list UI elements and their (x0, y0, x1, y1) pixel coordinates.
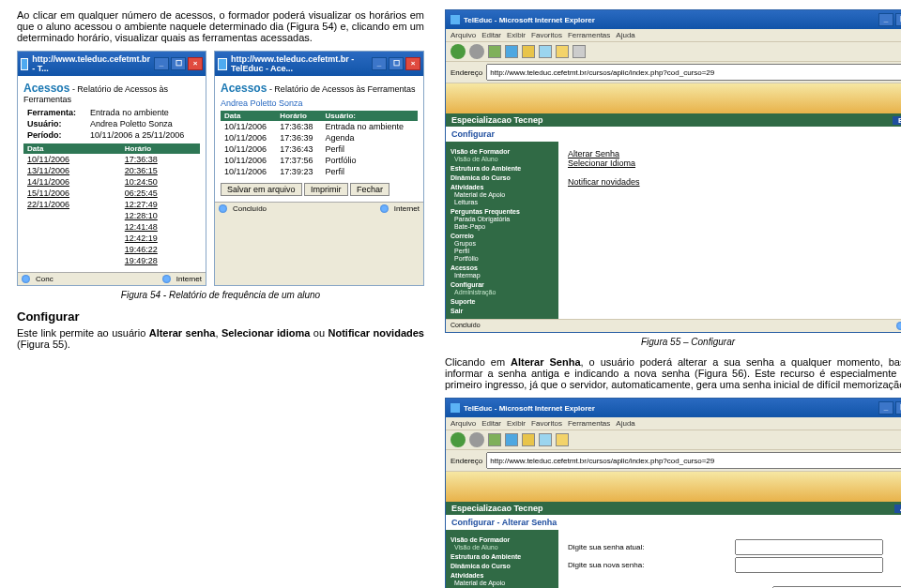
maximize-icon[interactable]: ☐ (389, 57, 404, 70)
table-row[interactable]: 13/11/2006 (23, 165, 121, 176)
val-period: 10/11/2006 a 25/11/2006 (86, 129, 200, 141)
ie-window-configurar: TelEduc - Microsoft Internet Explorer _ … (445, 9, 901, 333)
table-row[interactable]: 12:41:48 (121, 221, 200, 233)
table-row[interactable]: 20:36:15 (121, 165, 200, 176)
search-icon[interactable] (539, 433, 552, 446)
table-row: 17:36:38 (276, 121, 321, 132)
address-input[interactable] (486, 452, 901, 469)
banner (446, 472, 901, 502)
table-row: 17:39:23 (276, 166, 321, 177)
table-row[interactable]: 10/11/2006 (23, 154, 121, 165)
ie-window-alterar-senha: TelEduc - Microsoft Internet Explorer _ … (445, 398, 901, 588)
search-icon[interactable] (539, 45, 552, 58)
maximize-icon[interactable]: ☐ (895, 13, 901, 26)
save-button[interactable]: Salvar em arquivo (221, 183, 302, 196)
print-button[interactable]: Imprimir (304, 183, 348, 196)
col-time: Horário (121, 143, 200, 154)
table-row[interactable]: 22/11/2006 (23, 199, 121, 210)
table-row[interactable]: 12:42:19 (121, 233, 200, 244)
banner-title: Especializacao Tecnep (451, 504, 542, 513)
minimize-icon[interactable]: _ (878, 401, 893, 415)
table-row: 10/11/2006 (221, 166, 276, 177)
maximize-icon[interactable]: ☐ (171, 57, 186, 70)
table-row: 10/11/2006 (221, 155, 276, 166)
table-row[interactable]: 12:28:10 (121, 210, 200, 221)
para-55: Clicando em Alterar Senha, o usuário pod… (445, 356, 901, 390)
table-row (23, 221, 121, 233)
table-row[interactable]: 15/11/2006 (23, 188, 121, 199)
table-row[interactable]: 06:25:45 (121, 188, 200, 199)
link-idioma[interactable]: Selecionar Idioma (568, 158, 901, 168)
ie-title: TelEduc - Microsoft Internet Explorer (464, 404, 595, 413)
table-row[interactable]: 19:46:22 (121, 244, 200, 255)
table-row: 10/11/2006 (221, 121, 276, 132)
table-row[interactable]: 12:27:49 (121, 199, 200, 210)
ie-toolbar[interactable] (446, 430, 901, 450)
win2-sub: - Relatório de Acessos às Ferramentas (267, 84, 415, 94)
back-icon[interactable] (450, 432, 466, 447)
config-paragraph: Este link permite ao usuário Alterar sen… (17, 327, 424, 350)
home-icon[interactable] (522, 45, 535, 58)
minimize-icon[interactable]: _ (878, 13, 893, 26)
col-date: Data (23, 143, 121, 154)
table-row[interactable]: 10:24:50 (121, 176, 200, 188)
home-icon[interactable] (522, 433, 535, 446)
table-row[interactable]: 14/11/2006 (23, 176, 121, 188)
close-icon[interactable]: × (405, 57, 420, 70)
window-1: http://www.teleduc.cefetmt.br - T... _ ☐… (17, 51, 206, 286)
banner-button[interactable]: Busca (893, 116, 901, 125)
forward-icon[interactable] (469, 44, 484, 59)
label-current-pwd: Digite sua senha atual: (568, 543, 727, 551)
maximize-icon[interactable]: ☐ (895, 401, 901, 415)
back-icon[interactable] (450, 44, 466, 59)
table-row: 10/11/2006 (221, 143, 276, 155)
ie-menubar[interactable]: ArquivoEditarExibirFavoritosFerramentasA… (446, 417, 901, 430)
table-row: 17:37:56 (276, 155, 321, 166)
link-alterar[interactable]: Alterar Senha (568, 149, 901, 158)
current-password-input[interactable] (735, 539, 883, 555)
table-row: Perfil (322, 166, 418, 177)
left-nav[interactable]: Visão de FormadorVisão de Aluno Estrutur… (446, 530, 558, 588)
win2-title: http://www.teleduc.cefetmt.br - TelEduc … (231, 54, 368, 73)
table-row: 17:36:43 (276, 143, 321, 155)
banner-button[interactable]: Ajuda (894, 505, 901, 513)
table-row[interactable]: 17:36:38 (121, 154, 200, 165)
address-input[interactable] (486, 64, 901, 81)
ie-toolbar[interactable] (446, 42, 901, 62)
minimize-icon[interactable]: _ (154, 57, 169, 70)
close-button[interactable]: Fechar (350, 183, 389, 196)
ie-icon (450, 403, 460, 413)
table-row: 17:36:39 (276, 132, 321, 143)
win2-titlebar: http://www.teleduc.cefetmt.br - TelEduc … (215, 52, 423, 76)
table-row[interactable]: 19:49:28 (121, 255, 200, 266)
figure-54-caption: Figura 54 - Relatório de frequência de u… (17, 290, 424, 300)
close-icon[interactable]: × (188, 57, 203, 70)
favorites-icon[interactable] (556, 45, 569, 58)
refresh-icon[interactable] (505, 45, 518, 58)
addr-label: Endereço (450, 68, 482, 77)
link-notificar[interactable]: Notificar novidades (568, 177, 901, 187)
new-password-input[interactable] (735, 557, 883, 573)
status-left: Concluído (233, 204, 267, 213)
ie-icon (21, 58, 28, 70)
minimize-icon[interactable]: _ (372, 57, 387, 70)
favorites-icon[interactable] (556, 433, 569, 446)
ie-icon (450, 15, 460, 24)
win2-h: Acessos (221, 82, 267, 95)
win1-title: http://www.teleduc.cefetmt.br - T... (32, 54, 150, 73)
left-nav[interactable]: Visão de FormadorVisão de Aluno Estrutur… (446, 142, 558, 319)
history-icon[interactable] (573, 45, 586, 58)
status-right: Internet (394, 204, 420, 213)
val-user: Andrea Poletto Sonza (86, 118, 200, 129)
stop-icon[interactable] (488, 45, 501, 58)
refresh-icon[interactable] (505, 433, 518, 446)
window-2: http://www.teleduc.cefetmt.br - TelEduc … (214, 51, 424, 286)
table-row (23, 210, 121, 221)
label-period: Período: (23, 129, 86, 141)
forward-icon[interactable] (469, 432, 484, 447)
ie-menubar[interactable]: ArquivoEditarExibirFavoritosFerramentasA… (446, 29, 901, 42)
banner-title: Especializacao Tecnep (451, 115, 542, 125)
stop-icon[interactable] (488, 433, 501, 446)
globe-icon (896, 322, 901, 330)
page-sub: Configurar - Alterar Senha (446, 515, 901, 530)
